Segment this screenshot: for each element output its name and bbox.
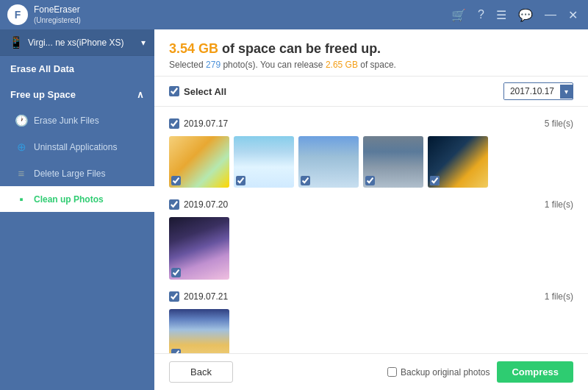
group-3-photos <box>169 309 573 353</box>
group-2-date: 2019.07.20 <box>184 199 228 210</box>
release-size: 2.65 GB <box>326 60 358 70</box>
photo-checkbox[interactable] <box>365 176 375 185</box>
title-bar: F FoneEraser (Unregistered) 🛒 ? ☰ 💬 — ✕ <box>0 0 588 29</box>
photo-checkbox[interactable] <box>301 176 310 185</box>
footer-right: Backup original photos Compress <box>387 361 573 383</box>
footer: Back Backup original photos Compress <box>154 353 588 390</box>
group-1-checkbox[interactable] <box>169 118 179 129</box>
space-title: 3.54 GB of space can be freed up. <box>169 41 573 57</box>
window-controls: 🛒 ? ☰ 💬 — ✕ <box>448 7 581 24</box>
select-all-checkbox[interactable] <box>169 86 179 96</box>
device-selector[interactable]: 📱 Virgi... ne xs(iPhone XS) ▾ <box>0 29 154 56</box>
space-subtitle: Selected 279 photo(s). You can release 2… <box>169 60 573 70</box>
photo-checkbox[interactable] <box>171 176 181 185</box>
photo-thumb[interactable] <box>169 217 229 280</box>
photo-checkbox[interactable] <box>171 268 181 277</box>
delete-large-label: Delete Large Files <box>34 169 105 179</box>
date-group-2: 2019.07.20 1 file(s) <box>169 195 573 280</box>
chevron-down-icon: ▾ <box>141 38 146 48</box>
device-name: Virgi... ne xs(iPhone XS) <box>28 38 124 48</box>
group-1-date: 2019.07.17 <box>184 118 228 129</box>
date-group-3: 2019.07.21 1 file(s) <box>169 287 573 353</box>
free-up-section: Free up Space ∧ 🕐 Erase Junk Files ⊕ Uni… <box>0 82 154 212</box>
photo-thumb[interactable] <box>428 136 488 188</box>
content-area: 3.54 GB of space can be freed up. Select… <box>154 29 588 390</box>
photo-icon: ▪ <box>15 193 28 205</box>
sidebar-item-erase-junk[interactable]: 🕐 Erase Junk Files <box>0 107 154 134</box>
menu-icon[interactable]: ☰ <box>493 7 509 24</box>
clean-photos-label: Clean up Photos <box>34 194 104 205</box>
cart-icon[interactable]: 🛒 <box>448 7 469 24</box>
date-group-header-2: 2019.07.20 1 file(s) <box>169 195 573 214</box>
phone-icon: 📱 <box>9 35 24 49</box>
group-1-count: 5 file(s) <box>545 118 573 129</box>
uninstall-apps-label: Uninstall Applications <box>34 142 117 152</box>
sidebar-item-delete-large[interactable]: ≡ Delete Large Files <box>0 160 154 186</box>
group-3-checkbox[interactable] <box>169 291 179 302</box>
free-up-label: Free up Space <box>10 89 76 100</box>
photo-thumb[interactable] <box>363 136 423 188</box>
release-text: of space. <box>360 60 396 70</box>
clock-icon: 🕐 <box>15 114 28 127</box>
back-button[interactable]: Back <box>169 361 233 383</box>
sidebar-item-clean-photos[interactable]: ▪ Clean up Photos <box>0 186 154 212</box>
date-group-1: 2019.07.17 5 file(s) <box>169 114 573 188</box>
app-logo: F <box>7 4 28 25</box>
sidebar: 📱 Virgi... ne xs(iPhone XS) ▾ Erase All … <box>0 29 154 390</box>
minimize-button[interactable]: — <box>542 7 559 23</box>
content-header: 3.54 GB of space can be freed up. Select… <box>154 29 588 77</box>
erase-junk-label: Erase Junk Files <box>34 116 99 126</box>
date-dropdown-value: 2017.10.17 <box>504 83 560 99</box>
app-info: F FoneEraser (Unregistered) <box>7 4 81 26</box>
date-group-header-1: 2019.07.17 5 file(s) <box>169 114 573 133</box>
file-icon: ≡ <box>15 167 28 180</box>
chevron-down-icon: ▾ <box>560 85 573 99</box>
app-title: FoneEraser (Unregistered) <box>34 4 81 26</box>
selected-count: 279 <box>206 60 220 70</box>
close-button[interactable]: ✕ <box>565 7 581 24</box>
backup-checkbox[interactable] <box>387 367 397 377</box>
photo-thumb[interactable] <box>298 136 359 188</box>
free-up-header[interactable]: Free up Space ∧ <box>0 82 154 107</box>
selected-text: photo(s). You can release <box>223 60 323 70</box>
date-dropdown[interactable]: 2017.10.17 ▾ <box>503 82 573 100</box>
collapse-icon: ∧ <box>137 89 144 100</box>
photo-thumb[interactable] <box>234 136 294 188</box>
space-size: 3.54 GB <box>169 41 218 56</box>
group-2-checkbox[interactable] <box>169 199 179 210</box>
sidebar-item-erase-all[interactable]: Erase All Data <box>0 56 154 82</box>
photo-thumb[interactable] <box>169 136 229 188</box>
select-all-row: Select All <box>169 86 226 97</box>
sidebar-item-uninstall-apps[interactable]: ⊕ Uninstall Applications <box>0 134 154 160</box>
photo-checkbox[interactable] <box>430 176 440 185</box>
photo-thumb[interactable] <box>169 309 229 353</box>
group-3-count: 1 file(s) <box>545 291 573 302</box>
toolbar: Select All 2017.10.17 ▾ <box>154 77 588 107</box>
group-3-date: 2019.07.21 <box>184 291 228 302</box>
group-1-photos <box>169 136 573 188</box>
select-all-label: Select All <box>184 86 226 97</box>
photo-checkbox[interactable] <box>236 176 245 185</box>
app-icon: ⊕ <box>15 141 28 154</box>
help-icon[interactable]: ? <box>475 7 487 23</box>
space-text: of space can be freed up. <box>222 41 381 56</box>
compress-button[interactable]: Compress <box>497 361 573 383</box>
photo-checkbox[interactable] <box>171 349 181 353</box>
group-2-photos <box>169 217 573 280</box>
feedback-icon[interactable]: 💬 <box>515 7 536 24</box>
group-2-count: 1 file(s) <box>545 199 573 210</box>
main-layout: 📱 Virgi... ne xs(iPhone XS) ▾ Erase All … <box>0 29 588 390</box>
date-group-header-3: 2019.07.21 1 file(s) <box>169 287 573 306</box>
photo-list: 2019.07.17 5 file(s) <box>154 107 588 353</box>
backup-label[interactable]: Backup original photos <box>387 367 490 377</box>
